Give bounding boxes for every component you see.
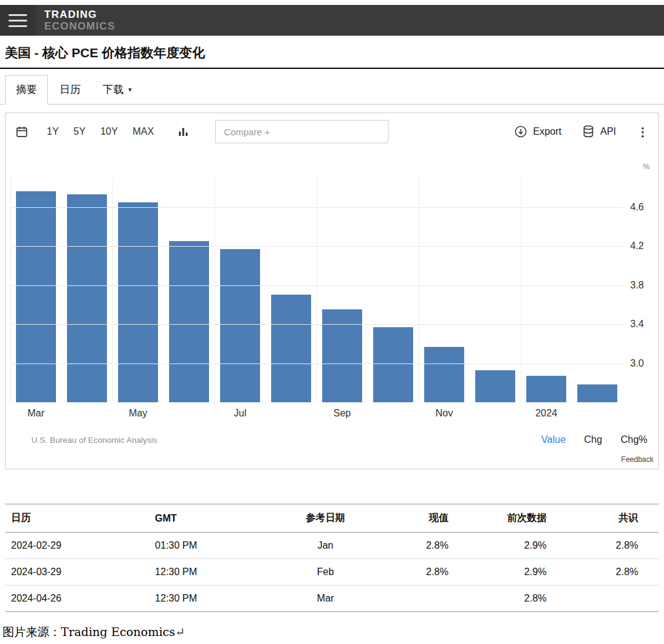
return-mark-icon: ↵ (175, 625, 185, 638)
chart-bar[interactable] (220, 249, 260, 402)
chart-bar[interactable] (118, 202, 158, 402)
y-axis: % 4.64.23.83.43.0 (623, 178, 658, 424)
cell-actual: 2.8% (377, 533, 469, 559)
gridline (215, 178, 215, 402)
compare-input[interactable] (215, 120, 389, 143)
feedback-link[interactable]: Feedback (6, 447, 658, 469)
cell-date: 2024-03-29 (5, 559, 149, 586)
tab-bar: 摘要 日历 下载▼ (0, 69, 664, 105)
cell-previous: 2.8% (469, 586, 567, 612)
hamburger-icon (9, 14, 27, 16)
chart-plot (10, 178, 623, 402)
database-icon (582, 125, 595, 138)
calendar-icon (15, 125, 28, 138)
cell-reference: Jan (273, 533, 377, 559)
series-toggle-links: Value Chg Chg% (541, 434, 651, 445)
chart-type-button[interactable] (177, 125, 189, 138)
gridline (317, 178, 317, 402)
export-label: Export (533, 126, 561, 137)
data-source-label: U.S. Bureau of Economic Analysis (13, 435, 157, 445)
cloud-download-icon (514, 125, 528, 138)
y-axis-tick-label: 3.8 (630, 280, 644, 291)
chart-bar[interactable] (169, 241, 209, 402)
page-title: 美国 - 核心 PCE 价格指数年度变化 (0, 36, 664, 69)
chart-bar[interactable] (424, 347, 464, 402)
col-header-previous: 前次数据 (469, 504, 567, 533)
export-button[interactable]: Export (514, 125, 561, 138)
caret-down-icon: ▼ (127, 87, 133, 93)
range-5y-button[interactable]: 5Y (74, 126, 86, 137)
x-axis-label: May (113, 408, 164, 419)
chart-footer: U.S. Bureau of Economic Analysis Value C… (6, 424, 658, 447)
value-series-link[interactable]: Value (541, 434, 566, 445)
calendar-range-button[interactable] (15, 125, 28, 138)
more-options-button[interactable]: ⋮ (637, 125, 649, 139)
brand-line1: TRADING (44, 9, 116, 20)
api-button[interactable]: API (582, 125, 616, 138)
cell-consensus (567, 586, 659, 612)
col-header-actual: 现值 (377, 504, 469, 533)
cell-previous: 2.9% (469, 559, 567, 586)
chart-bar[interactable] (271, 295, 311, 402)
app-header: TRADING ECONOMICS (0, 5, 664, 36)
cell-consensus: 2.8% (567, 533, 659, 559)
toolbar-right: Export API ⋮ (514, 125, 649, 139)
hamburger-menu-button[interactable] (0, 5, 36, 36)
chart-bar[interactable] (526, 376, 566, 402)
cell-actual (377, 586, 469, 612)
chart-area: MarMayJulSepNov2024 % 4.64.23.83.43.0 (6, 149, 658, 424)
cell-previous: 2.9% (469, 533, 567, 559)
cell-consensus: 2.8% (567, 559, 659, 586)
chg-percent-series-link[interactable]: Chg% (620, 434, 647, 445)
chg-series-link[interactable]: Chg (584, 434, 602, 445)
range-1y-button[interactable]: 1Y (47, 126, 59, 137)
chart-bar[interactable] (577, 384, 617, 402)
calendar-table: 日历 GMT 参考日期 现值 前次数据 共识 2024-02-29 01:30 … (5, 504, 659, 612)
y-axis-tick-label: 3.4 (630, 319, 644, 330)
range-10y-button[interactable]: 10Y (100, 126, 117, 137)
col-header-gmt: GMT (149, 504, 273, 533)
chart-bar[interactable] (16, 191, 56, 402)
x-axis-label: Sep (317, 408, 368, 419)
chart-bar[interactable] (322, 309, 362, 402)
x-axis-label: Jul (215, 408, 266, 419)
chart-bar[interactable] (67, 194, 107, 402)
y-axis-tick-label: 3.0 (630, 358, 644, 369)
chart-panel: 1Y 5Y 10Y MAX Export (5, 113, 659, 469)
x-axis-label: Mar (10, 408, 61, 419)
y-axis-unit-label: % (642, 162, 650, 171)
table-row: 2024-03-29 12:30 PM Feb 2.8% 2.9% 2.8% (5, 559, 659, 586)
brand-line2: ECONOMICS (44, 20, 116, 32)
cell-actual: 2.8% (377, 559, 469, 586)
chart-toolbar: 1Y 5Y 10Y MAX Export (6, 113, 658, 149)
gridline (10, 178, 11, 402)
y-axis-tick-label: 4.6 (630, 202, 644, 213)
trading-economics-logo[interactable]: TRADING ECONOMICS (44, 9, 116, 32)
gridline (521, 178, 521, 402)
gridline (419, 178, 419, 402)
x-axis-label: 2024 (521, 408, 572, 419)
chart-bar[interactable] (475, 370, 515, 402)
image-source-caption: 图片来源：Trading Economics↵ (0, 612, 664, 644)
table-row: 2024-02-29 01:30 PM Jan 2.8% 2.9% 2.8% (5, 533, 659, 559)
cell-gmt: 12:30 PM (149, 559, 273, 586)
cell-gmt: 12:30 PM (149, 586, 273, 612)
table-row: 2024-04-26 12:30 PM Mar 2.8% (5, 586, 659, 612)
col-header-consensus: 共识 (567, 504, 659, 533)
kebab-icon: ⋮ (637, 125, 649, 139)
cell-date: 2024-02-29 (5, 533, 149, 559)
tab-summary[interactable]: 摘要 (5, 75, 48, 105)
api-label: API (600, 126, 616, 137)
x-axis-label: Nov (419, 408, 470, 419)
tab-calendar[interactable]: 日历 (49, 76, 91, 104)
y-axis-tick-label: 4.2 (630, 241, 644, 252)
col-header-calendar: 日历 (5, 504, 149, 533)
bar-chart-icon (177, 125, 189, 138)
col-header-reference: 参考日期 (273, 504, 377, 533)
range-max-button[interactable]: MAX (133, 126, 154, 137)
x-axis: MarMayJulSepNov2024 (10, 402, 623, 424)
chart-bar[interactable] (373, 327, 413, 402)
range-buttons: 1Y 5Y 10Y MAX (47, 126, 154, 137)
cell-gmt: 01:30 PM (149, 533, 273, 559)
tab-download[interactable]: 下载▼ (92, 76, 143, 104)
